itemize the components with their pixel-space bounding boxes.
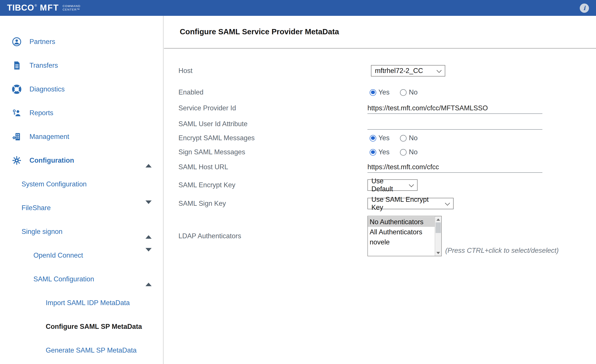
- sidebar-item-reports[interactable]: Reports: [0, 101, 163, 125]
- sidebar-item-label: Configure SAML SP MetaData: [46, 323, 142, 331]
- tibco-mft-logo: TIBCO® MFT COMMAND CENTER™: [7, 3, 81, 13]
- sign-saml-radio-group: Yes No: [370, 148, 417, 156]
- chevron-up-icon[interactable]: [145, 228, 152, 236]
- encrypt-no-label: No: [409, 134, 418, 142]
- field-row-service-provider-id: Service Provider Id: [164, 103, 596, 114]
- sidebar-item-label: System Configuration: [22, 180, 87, 188]
- sidebar-item-label: Transfers: [30, 61, 58, 69]
- listbox-option-novele[interactable]: novele: [368, 237, 435, 247]
- sidebar-item-management[interactable]: Management: [0, 125, 163, 149]
- enabled-label: Enabled: [179, 88, 367, 96]
- saml-encrypt-key-select-value: Use Default: [371, 177, 406, 193]
- scroll-up-icon[interactable]: [435, 216, 441, 223]
- field-row-host: Host mftrhel72-2_CC: [164, 65, 596, 77]
- sidebar-item-diagnostics[interactable]: Diagnostics: [0, 77, 163, 101]
- encrypt-yes-label: Yes: [379, 134, 390, 142]
- ldap-authenticators-label: LDAP Authenticators: [179, 232, 367, 240]
- field-row-saml-host-url: SAML Host URL: [164, 161, 596, 173]
- sign-yes-radio[interactable]: [370, 149, 376, 156]
- saml-sign-key-select-value: Use SAML Encrypt Key: [371, 196, 442, 211]
- page-title: Configure SAML Service Provider MetaData: [180, 27, 339, 37]
- chevron-down-icon[interactable]: [145, 204, 152, 212]
- management-building-gear-icon: [11, 131, 22, 142]
- chevron-down-icon: [437, 68, 442, 73]
- sidebar-item-label: FileShare: [22, 204, 51, 212]
- scroll-down-icon[interactable]: [435, 250, 441, 256]
- sidebar-item-label: Diagnostics: [30, 85, 65, 93]
- sidebar-item-label: Single signon: [22, 228, 62, 236]
- ldap-authenticators-listbox[interactable]: No Authenticators All Authenticators nov…: [367, 216, 442, 256]
- listbox-scrollbar[interactable]: [435, 216, 441, 256]
- top-header-bar: TIBCO® MFT COMMAND CENTER™ i: [0, 0, 596, 16]
- sidebar-item-label: Configuration: [30, 156, 74, 164]
- registered-mark: ®: [35, 4, 37, 7]
- saml-user-id-attribute-label: SAML User Id Attribute: [179, 120, 367, 128]
- sidebar-item-single-signon[interactable]: Single signon: [0, 220, 163, 244]
- sidebar-item-import-saml-idp-metadata[interactable]: Import SAML IDP MetaData: [0, 291, 163, 315]
- scrollbar-thumb[interactable]: [436, 223, 441, 233]
- sidebar-item-saml-configuration[interactable]: SAML Configuration: [0, 267, 163, 291]
- sidebar-item-label: OpenId Connect: [33, 252, 83, 259]
- listbox-option-all-authenticators[interactable]: All Authenticators: [368, 227, 435, 237]
- field-row-saml-sign-key: SAML Sign Key Use SAML Encrypt Key: [164, 197, 596, 210]
- diagnostics-lifebuoy-icon: [11, 84, 22, 95]
- sidebar-item-transfers[interactable]: Transfers: [0, 54, 163, 77]
- saml-host-url-input[interactable]: [367, 162, 542, 172]
- sidebar-item-label: Partners: [30, 38, 55, 46]
- host-select-value: mftrhel72-2_CC: [375, 67, 423, 75]
- chevron-up-icon[interactable]: [145, 156, 152, 164]
- sidebar-nav: Partners Transfers Diagno: [0, 16, 164, 364]
- sign-no-label: No: [409, 148, 418, 156]
- brand-tibco: TIBCO: [7, 3, 34, 13]
- service-provider-id-input[interactable]: [367, 103, 542, 114]
- saml-sign-key-select[interactable]: Use SAML Encrypt Key: [367, 198, 454, 209]
- field-row-encrypt-saml-messages: Encrypt SAML Messages Yes No: [164, 133, 596, 143]
- host-select[interactable]: mftrhel72-2_CC: [371, 65, 445, 76]
- brand-subtitle-line1: COMMAND: [63, 4, 81, 7]
- enabled-yes-label: Yes: [379, 88, 390, 96]
- field-row-saml-encrypt-key: SAML Encrypt Key Use Default: [164, 179, 596, 191]
- sidebar-item-label: SAML Configuration: [33, 275, 94, 283]
- ldap-authenticators-options: No Authenticators All Authenticators nov…: [368, 217, 435, 247]
- enabled-radio-group: Yes No: [370, 88, 417, 96]
- saml-encrypt-key-label: SAML Encrypt Key: [179, 181, 367, 189]
- brand-mft: MFT: [40, 3, 59, 13]
- chevron-down-icon[interactable]: [145, 252, 152, 259]
- saml-encrypt-key-select[interactable]: Use Default: [367, 179, 417, 191]
- sign-saml-messages-label: Sign SAML Messages: [179, 148, 367, 156]
- encrypt-yes-radio[interactable]: [370, 135, 376, 141]
- listbox-option-no-authenticators[interactable]: No Authenticators: [368, 217, 435, 227]
- main-content: Configure SAML Service Provider MetaData…: [164, 16, 596, 364]
- saml-user-id-attribute-input[interactable]: [367, 119, 542, 129]
- enabled-yes-radio[interactable]: [370, 89, 376, 96]
- sidebar-item-openid-connect[interactable]: OpenId Connect: [0, 244, 163, 267]
- info-icon[interactable]: i: [580, 3, 589, 13]
- page-header: Configure SAML Service Provider MetaData: [164, 16, 596, 49]
- reports-user-key-icon: [11, 108, 22, 118]
- sidebar-item-partners[interactable]: Partners: [0, 30, 163, 54]
- sidebar-item-label: Management: [30, 133, 69, 141]
- chevron-down-icon: [409, 182, 414, 187]
- enabled-no-label: No: [409, 88, 418, 96]
- sign-yes-label: Yes: [379, 148, 390, 156]
- saml-sign-key-label: SAML Sign Key: [179, 200, 367, 208]
- sidebar-item-fileshare[interactable]: FileShare: [0, 196, 163, 220]
- field-row-saml-user-id-attribute: SAML User Id Attribute: [164, 118, 596, 130]
- field-row-ldap-authenticators: LDAP Authenticators No Authenticators Al…: [164, 216, 596, 256]
- sidebar-item-configuration[interactable]: Configuration: [0, 149, 163, 172]
- saml-host-url-label: SAML Host URL: [179, 163, 367, 171]
- field-row-sign-saml-messages: Sign SAML Messages Yes No: [164, 147, 596, 157]
- brand-subtitle-line2: CENTER™: [63, 8, 80, 11]
- chevron-down-icon: [445, 201, 450, 206]
- sidebar-item-configure-saml-sp-metadata[interactable]: Configure SAML SP MetaData: [0, 315, 163, 339]
- sidebar-item-system-configuration[interactable]: System Configuration: [0, 172, 163, 196]
- encrypt-no-radio[interactable]: [400, 135, 407, 141]
- sign-no-radio[interactable]: [400, 149, 407, 156]
- sidebar-item-generate-saml-sp-metadata[interactable]: Generate SAML SP MetaData: [0, 339, 163, 362]
- sidebar-item-label: Import SAML IDP MetaData: [46, 299, 130, 307]
- chevron-up-icon[interactable]: [145, 275, 152, 283]
- saml-sp-metadata-form: Host mftrhel72-2_CC Enabled Yes No: [164, 65, 596, 256]
- partners-person-icon: [11, 37, 22, 47]
- enabled-no-radio[interactable]: [400, 89, 407, 96]
- encrypt-saml-messages-label: Encrypt SAML Messages: [179, 134, 367, 142]
